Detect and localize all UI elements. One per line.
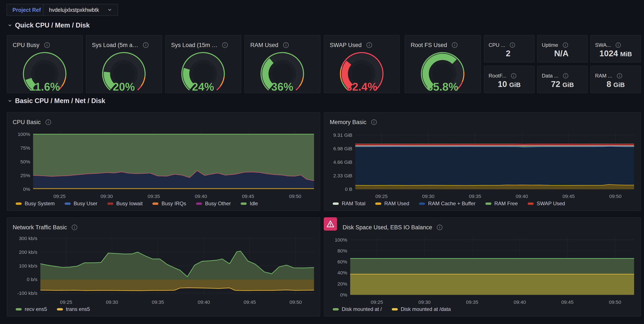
svg-text:09:40: 09:40	[516, 194, 528, 199]
panel-gauge-0: CPU Busy 11.6%	[7, 35, 83, 93]
info-icon[interactable]	[615, 42, 621, 48]
info-icon[interactable]	[562, 42, 568, 48]
panel-title: RAM ...	[595, 73, 612, 79]
legend-swatch-icon	[419, 202, 425, 205]
stat-value: 2	[484, 49, 534, 58]
section-basic-cpu-mem-net-disk[interactable]: Basic CPU / Mem / Net / Disk	[8, 97, 105, 105]
stat-value: 8GiB	[591, 80, 640, 89]
legend-item[interactable]: Disk mounted at /	[333, 306, 382, 312]
section-title: Basic CPU / Mem / Net / Disk	[15, 97, 105, 105]
panel-stat-2: SWA... 1024MiB	[590, 35, 641, 62]
gauge-5: 65.8%	[405, 45, 480, 94]
svg-text:36%: 36%	[271, 80, 294, 93]
svg-text:25%: 25%	[20, 173, 30, 178]
svg-text:09:45: 09:45	[244, 299, 256, 305]
svg-text:11.6%: 11.6%	[30, 80, 60, 93]
legend-item[interactable]: Busy Other	[196, 200, 231, 206]
legend-item[interactable]: RAM Cache + Buffer	[419, 200, 475, 206]
svg-text:0 B: 0 B	[345, 186, 352, 192]
info-icon[interactable]	[616, 73, 622, 79]
panel-memory-basic: Memory Basic 0 B2.33 GiB4.66 GiB6.98 GiB…	[324, 112, 641, 211]
info-icon[interactable]	[511, 73, 517, 79]
project-dropdown[interactable]: hvdelujxlxstpxkhwbtk	[43, 4, 118, 16]
panel-title: CPU ...	[488, 42, 505, 48]
project-ref-label[interactable]: Project Ref	[6, 4, 47, 16]
svg-text:50%: 50%	[20, 159, 30, 164]
panel-gauge-4: SWAP Used 32.4%	[324, 35, 400, 93]
panel-title: Uptime	[542, 42, 558, 48]
legend-item[interactable]: Disk mounted at /data	[392, 306, 451, 312]
legend-item[interactable]: RAM Total	[333, 200, 365, 206]
svg-text:09:50: 09:50	[289, 194, 301, 199]
svg-text:09:30: 09:30	[422, 194, 434, 199]
legend-item[interactable]: Busy IRQs	[152, 200, 186, 206]
project-ref-text: Project Ref	[12, 7, 41, 13]
chevron-down-icon	[107, 8, 112, 12]
stat-value: 72GiB	[538, 80, 587, 89]
network-traffic-chart[interactable]: -100 kb/s0 b/s100 kb/s200 kb/s300 kb/s09…	[7, 218, 320, 316]
stat-value: 10GiB	[484, 80, 534, 89]
legend-item[interactable]: RAM Used	[375, 200, 409, 206]
svg-text:09:35: 09:35	[469, 194, 481, 199]
legend-swatch-icon	[375, 202, 381, 205]
svg-text:09:30: 09:30	[418, 299, 430, 305]
gauge-2: 24%	[166, 45, 241, 94]
legend-label: Disk mounted at /	[342, 306, 382, 312]
info-icon[interactable]	[563, 73, 569, 79]
panel-network-traffic-basic: Network Traffic Basic -100 kb/s0 b/s100 …	[7, 217, 320, 316]
panel-stat-4: Data ... 72GiB	[537, 66, 588, 93]
stat-value: 1024MiB	[591, 49, 640, 58]
chart-legend: Disk mounted at /Disk mounted at /data	[333, 304, 638, 314]
gauge-4: 32.4%	[324, 45, 400, 94]
legend-label: trans ens5	[66, 306, 90, 312]
memory-basic-chart[interactable]: 0 B2.33 GiB4.66 GiB6.98 GiB9.31 GiB09:25…	[324, 112, 640, 210]
chart-legend: recv ens5trans ens5	[16, 304, 318, 314]
legend-swatch-icon	[196, 202, 202, 205]
legend-swatch-icon	[152, 202, 158, 205]
panel-gauge-2: Sys Load (15m … 24%	[165, 35, 241, 93]
panel-stat-5: RAM ... 8GiB	[590, 66, 641, 93]
legend-swatch-icon	[64, 202, 71, 205]
svg-text:9.31 GiB: 9.31 GiB	[334, 132, 352, 138]
legend-swatch-icon	[485, 202, 491, 205]
legend-swatch-icon	[333, 202, 339, 205]
svg-text:6.98 GiB: 6.98 GiB	[334, 146, 352, 151]
panel-title: Data ...	[542, 73, 558, 79]
gauge-1: 20%	[86, 45, 162, 94]
panel-gauge-3: RAM Used 36%	[244, 35, 320, 93]
legend-item[interactable]: recv ens5	[16, 306, 47, 312]
legend-item[interactable]: RAM Free	[485, 200, 518, 206]
svg-text:09:25: 09:25	[60, 299, 72, 305]
info-icon[interactable]	[510, 42, 516, 48]
legend-item[interactable]: Busy System	[16, 200, 55, 206]
panel-stat-1: Uptime N/A	[537, 35, 588, 62]
panel-stat-0: CPU ... 2	[484, 35, 534, 62]
svg-text:100%: 100%	[335, 237, 347, 242]
section-quick-cpu-mem-disk[interactable]: Quick CPU / Mem / Disk	[8, 22, 90, 29]
legend-item[interactable]: Idle	[241, 200, 258, 206]
svg-text:100 kb/s: 100 kb/s	[19, 263, 37, 268]
svg-text:300 kb/s: 300 kb/s	[19, 236, 37, 241]
legend-swatch-icon	[57, 308, 63, 310]
panel-gauge-1: Sys Load (5m a… 20%	[86, 35, 162, 93]
svg-text:09:25: 09:25	[376, 194, 388, 199]
legend-swatch-icon	[333, 308, 339, 310]
disk-space-chart[interactable]: 0%20%40%60%80%100%09:2509:3009:3509:4009…	[324, 218, 640, 316]
legend-swatch-icon	[107, 202, 113, 205]
legend-swatch-icon	[16, 308, 22, 310]
svg-text:0%: 0%	[23, 186, 30, 192]
svg-text:60%: 60%	[338, 259, 347, 264]
legend-item[interactable]: trans ens5	[57, 306, 90, 312]
legend-label: Busy System	[25, 200, 55, 206]
legend-item[interactable]: Busy User	[64, 200, 98, 206]
svg-text:09:35: 09:35	[466, 299, 478, 305]
cpu-basic-chart[interactable]: 0%25%50%75%100%09:2509:3009:3509:4009:45…	[7, 112, 320, 210]
legend-item[interactable]: SWAP Used	[528, 200, 565, 206]
svg-text:09:25: 09:25	[371, 299, 383, 305]
legend-label: Idle	[250, 200, 258, 206]
legend-label: RAM Used	[384, 200, 409, 206]
svg-text:24%: 24%	[192, 80, 214, 93]
svg-text:09:45: 09:45	[562, 194, 575, 199]
gauge-3: 36%	[245, 45, 320, 94]
legend-item[interactable]: Busy Iowait	[107, 200, 143, 206]
